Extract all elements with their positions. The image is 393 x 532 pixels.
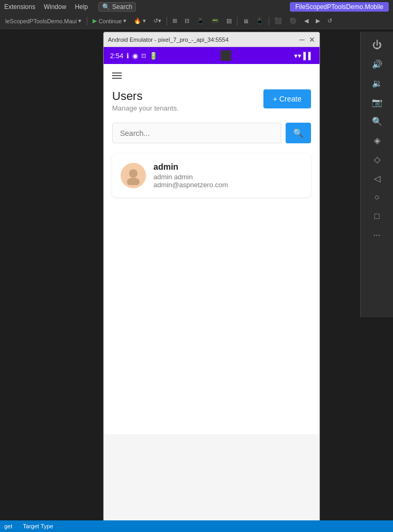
toolbar-refresh[interactable]: ↺▾ [150, 16, 164, 25]
avatar-svg [124, 166, 143, 185]
avatar [121, 163, 146, 188]
diamond-fill-icon: ◈ [374, 135, 380, 145]
recents-btn[interactable]: □ [366, 207, 388, 225]
toolbar-refresh2[interactable]: ↺ [324, 16, 335, 25]
svg-point-1 [127, 178, 140, 185]
zoom-in-icon: 🔍 [372, 116, 382, 126]
bottom-status-bar: get Target Type [0, 520, 393, 532]
home-btn[interactable]: ○ [366, 188, 388, 206]
emulator-chrome: Android Emulator - pixel_7_pro_-_api_34:… [103, 32, 320, 532]
toolbar-nav-left[interactable]: ◀ [301, 16, 312, 25]
volume-up-icon: 🔊 [372, 59, 382, 69]
toolbar-terminal[interactable]: ▤ [223, 16, 235, 25]
sep2 [167, 17, 167, 25]
menu-window[interactable]: Window [44, 3, 67, 11]
search-container: 🔍 [112, 123, 311, 143]
minimize-btn[interactable]: ─ [299, 36, 305, 43]
search-bar[interactable]: 🔍 Search [98, 2, 136, 12]
volume-down-icon: 🔉 [372, 78, 382, 88]
status-time: 2:54 [110, 52, 123, 60]
phone-screen: 2:54 ℹ ◉ ⊡ 🔋 ▾▾ ▌▌ [104, 47, 319, 532]
user-card[interactable]: admin admin admin admin@aspnetzero.com [112, 154, 311, 197]
create-button[interactable]: + Create [263, 89, 311, 108]
camera-icon: 📷 [372, 97, 382, 107]
camera-notch [221, 50, 231, 61]
window-controls: ─ ✕ [299, 36, 315, 43]
search-btn-icon: 🔍 [293, 129, 304, 137]
camera-btn[interactable]: 📷 [366, 93, 388, 111]
search-button[interactable]: 🔍 [286, 123, 311, 143]
hamburger-menu[interactable] [112, 72, 311, 79]
toolbar-device[interactable]: 📱 [194, 16, 207, 25]
separator [87, 17, 87, 25]
page-title: Users [112, 89, 179, 103]
users-title-block: Users Manage your tenants. [112, 89, 179, 112]
signal-icon: ▌▌ [304, 52, 313, 60]
status-right: ▾▾ ▌▌ [294, 52, 313, 60]
toolbar-record[interactable]: ⬛ [271, 16, 285, 25]
more-icon: ··· [373, 231, 380, 240]
toolbar-device2[interactable]: 📟 [208, 16, 222, 25]
menu-extensions[interactable]: Extensions [4, 3, 35, 11]
emulator-title: Android Emulator - pixel_7_pro_-_api_34:… [108, 36, 229, 43]
power-btn[interactable]: ⏻ [366, 36, 388, 54]
zoom-in-btn[interactable]: 🔍 [366, 112, 388, 130]
home-icon: ○ [374, 192, 380, 202]
emulator-wrapper: Android Emulator - pixel_7_pro_-_api_34:… [103, 32, 320, 526]
back-btn[interactable]: ◁ [366, 169, 388, 187]
sep4 [269, 17, 269, 25]
search-input[interactable] [112, 123, 281, 143]
empty-content-area [104, 434, 319, 532]
toolbar-monitor[interactable]: 🖥 [240, 17, 252, 25]
status-target-type: Target Type [23, 523, 53, 529]
status-battery-icon: 🔋 [149, 52, 158, 60]
page-subtitle: Manage your tenants. [112, 104, 179, 112]
back-icon: ◁ [374, 173, 380, 184]
status-bar: 2:54 ℹ ◉ ⊡ 🔋 ▾▾ ▌▌ [104, 47, 319, 64]
toolbar-flame[interactable]: 🔥▾ [131, 16, 149, 25]
toolbar-nav-right[interactable]: ▶ [313, 16, 323, 25]
users-header: Users Manage your tenants. + Create [112, 89, 311, 112]
status-get: get [4, 523, 12, 529]
menu-bar: Extensions Window Help 🔍 Search FileScop… [0, 0, 393, 13]
volume-down-btn[interactable]: 🔉 [366, 74, 388, 92]
volume-up-btn[interactable]: 🔊 [366, 55, 388, 73]
sep3 [237, 17, 237, 25]
status-nfc-icon: ◉ [132, 52, 138, 60]
user-info: admin admin admin admin@aspnetzero.com [153, 162, 303, 189]
right-panel: ⏻ 🔊 🔉 📷 🔍 ◈ ◇ ◁ ○ □ ··· [360, 32, 393, 317]
recents-icon: □ [374, 212, 380, 221]
toolbar-grid[interactable]: ⊞ [169, 16, 180, 25]
user-email: admin@aspnetzero.com [153, 181, 303, 189]
project-dropdown[interactable]: leScopedPToolsDemo.Maui ▾ [2, 16, 85, 25]
continue-btn[interactable]: ▶ Continue ▾ [89, 16, 130, 25]
status-left: 2:54 ℹ ◉ ⊡ 🔋 [110, 52, 158, 60]
menu-help[interactable]: Help [75, 3, 88, 11]
user-name: admin [153, 162, 303, 172]
toolbar-dot[interactable]: ⚫ [286, 16, 300, 25]
wifi-icon: ▾▾ [294, 52, 301, 60]
search-label: Search [112, 3, 132, 11]
power-icon: ⏻ [372, 40, 382, 51]
toolbar-phone[interactable]: 📱 [253, 16, 267, 25]
user-fullname: admin admin [153, 173, 303, 181]
shape1-btn[interactable]: ◈ [366, 131, 388, 149]
more-btn[interactable]: ··· [366, 226, 388, 244]
close-btn[interactable]: ✕ [309, 36, 315, 43]
active-tab-badge[interactable]: FileScopedPToolsDemo.Mobile [290, 2, 389, 12]
emulator-title-bar: Android Emulator - pixel_7_pro_-_api_34:… [104, 32, 319, 47]
eraser-icon: ◇ [374, 154, 380, 164]
app-content: Users Manage your tenants. + Create 🔍 [104, 64, 319, 434]
shape2-btn[interactable]: ◇ [366, 150, 388, 168]
search-icon: 🔍 [102, 3, 110, 11]
status-info-icon: ℹ [126, 52, 129, 60]
toolbar-layout[interactable]: ⊟ [181, 16, 193, 25]
svg-point-0 [129, 169, 138, 178]
toolbar: leScopedPToolsDemo.Maui ▾ ▶ Continue ▾ 🔥… [0, 13, 393, 29]
status-cast-icon: ⊡ [141, 52, 146, 59]
